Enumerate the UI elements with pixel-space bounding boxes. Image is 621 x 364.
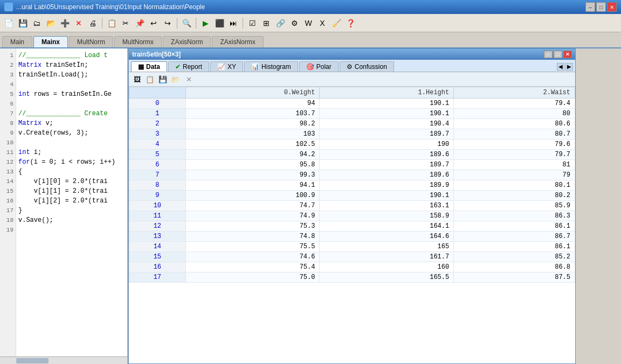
histogram-tab-icon: 📊 xyxy=(251,63,259,71)
tab-multnorm[interactable]: MultNorm xyxy=(69,36,113,47)
table-row: 13 74.8 164.6 86.7 xyxy=(129,232,575,242)
paste-button[interactable]: 📌 xyxy=(133,17,146,30)
cell-waist: 85.9 xyxy=(454,201,575,211)
save-button[interactable]: 💾 xyxy=(16,17,29,30)
cell-index: 9 xyxy=(129,191,186,201)
cell-index: 4 xyxy=(129,139,186,150)
help-button[interactable]: ❓ xyxy=(344,17,357,30)
cell-waist: 79.4 xyxy=(454,99,575,109)
maximize-button[interactable]: □ xyxy=(596,2,606,12)
panel-tab-confussion[interactable]: ⚙ Confussion xyxy=(340,61,394,72)
tab-multnormx[interactable]: MultNormx xyxy=(114,36,162,47)
cut-button[interactable]: ✂ xyxy=(119,17,132,30)
panel-tab-xy[interactable]: 📈 XY xyxy=(210,61,243,72)
delete-button[interactable]: ✕ xyxy=(72,17,85,30)
data-tab-label: Data xyxy=(146,63,160,71)
cell-index: 5 xyxy=(129,150,186,160)
import-button[interactable]: 📂 xyxy=(170,73,182,85)
cell-waist: 80.1 xyxy=(454,180,575,191)
tab-main[interactable]: Main xyxy=(2,36,32,47)
cell-height: 158.9 xyxy=(320,211,454,221)
stop-button[interactable]: ⬛ xyxy=(213,17,226,30)
confussion-tab-icon: ⚙ xyxy=(347,63,353,71)
config-button[interactable]: ⚙ xyxy=(288,17,301,30)
open-button[interactable]: 📂 xyxy=(44,17,57,30)
cell-waist: 80.2 xyxy=(454,191,575,201)
cell-weight: 100.9 xyxy=(185,191,320,201)
connect-button[interactable]: 🔗 xyxy=(274,17,287,30)
cell-height: 190.1 xyxy=(320,99,454,109)
table-row: 12 75.3 164.1 86.1 xyxy=(129,221,575,232)
code-scrollbar[interactable] xyxy=(0,356,127,364)
main-toolbar: 📄 💾 🗂 📂 ➕ ✕ 🖨 📋 ✂ 📌 ↩ ↪ 🔍 ▶ ⬛ ⏭ ☑ ⊞ 🔗 ⚙ … xyxy=(0,14,621,32)
cell-waist: 86.7 xyxy=(454,232,575,242)
copy-button[interactable]: 📋 xyxy=(105,17,118,30)
histogram-tab-label: Histogram xyxy=(261,63,291,71)
delete-row-button[interactable]: ✕ xyxy=(183,73,195,85)
data-table-container: 0.Weight 1.Height 2.Waist 0 94 190.1 79.… xyxy=(129,87,575,363)
cell-height: 164.1 xyxy=(320,221,454,232)
data-table-scroll[interactable]: 0.Weight 1.Height 2.Waist 0 94 190.1 79.… xyxy=(129,87,575,363)
eraser-button[interactable]: 🧹 xyxy=(330,17,343,30)
panel-minimize-button[interactable]: – xyxy=(544,51,553,58)
check-button[interactable]: ☑ xyxy=(246,17,259,30)
code-editor[interactable]: 12345 678910 1112131415 16171819 //_____… xyxy=(0,48,128,364)
tab-next-button[interactable]: ▶ xyxy=(565,63,573,71)
cell-waist: 85.2 xyxy=(454,252,575,262)
grid-button[interactable]: ⊞ xyxy=(260,17,273,30)
copy-image-button[interactable]: 🖼 xyxy=(131,73,143,85)
copy-data-button[interactable]: 📋 xyxy=(144,73,156,85)
table-row: 8 94.1 189.9 80.1 xyxy=(129,180,575,191)
table-row: 14 75.5 165 86.1 xyxy=(129,242,575,252)
cell-index: 0 xyxy=(129,99,186,109)
panel-tab-data[interactable]: ▦ Data xyxy=(131,61,167,72)
panel-maximize-button[interactable]: □ xyxy=(554,51,562,58)
undo-button[interactable]: ↩ xyxy=(147,17,160,30)
right-panel-area: trainSetIn[50×3] – □ ✕ ▦ Data ✔ Report xyxy=(128,48,621,364)
tool2-button[interactable]: X xyxy=(316,17,329,30)
cell-weight: 94.2 xyxy=(185,150,320,160)
cell-index: 12 xyxy=(129,221,186,232)
tab-zaxisnorm[interactable]: ZAxisNorm xyxy=(163,36,211,47)
app-icon xyxy=(4,3,13,11)
tab-prev-button[interactable]: ◀ xyxy=(557,63,564,71)
minimize-button[interactable]: – xyxy=(585,2,595,12)
data-tab-icon: ▦ xyxy=(138,63,144,71)
code-lines: 12345 678910 1112131415 16171819 //_____… xyxy=(0,48,127,364)
new-button[interactable]: 📄 xyxy=(2,17,15,30)
panel-controls[interactable]: – □ ✕ xyxy=(544,51,572,58)
save-all-button[interactable]: 🗂 xyxy=(30,17,43,30)
table-row: 1 103.7 190.1 80 xyxy=(129,109,575,119)
redo-button[interactable]: ↪ xyxy=(161,17,174,30)
close-button[interactable]: ✕ xyxy=(607,2,617,12)
tab-zaxisnormx[interactable]: ZAxisNormx xyxy=(212,36,263,47)
cell-weight: 94 xyxy=(185,99,320,109)
add-button[interactable]: ➕ xyxy=(58,17,71,30)
step-button[interactable]: ⏭ xyxy=(227,17,240,30)
code-line-19 xyxy=(18,225,125,235)
cell-weight: 75.3 xyxy=(185,221,320,232)
panel-tab-polar[interactable]: 🎯 Polar xyxy=(299,61,339,72)
code-line-5: int rows = trainSetIn.Ge xyxy=(18,89,125,99)
right-gray-area xyxy=(576,48,621,364)
cell-waist: 79.6 xyxy=(454,139,575,150)
title-bar-controls[interactable]: – □ ✕ xyxy=(585,2,617,12)
panel-tab-nav[interactable]: ◀ ▶ xyxy=(557,63,573,71)
table-row: 16 75.4 160 86.8 xyxy=(129,262,575,272)
table-row: 0 94 190.1 79.4 xyxy=(129,99,575,109)
code-line-15: v[i][1] = 2.0*(trai xyxy=(18,186,125,196)
table-row: 15 74.6 161.7 85.2 xyxy=(129,252,575,262)
panel-tab-report[interactable]: ✔ Report xyxy=(168,61,209,72)
tool1-button[interactable]: W xyxy=(302,17,315,30)
export-button[interactable]: 💾 xyxy=(157,73,169,85)
cell-weight: 75.0 xyxy=(185,272,320,283)
search-button[interactable]: 🔍 xyxy=(180,17,193,30)
report-tab-icon: ✔ xyxy=(175,63,181,71)
data-panel-title: trainSetIn[50×3] xyxy=(132,51,181,58)
tab-mainx[interactable]: Mainx xyxy=(33,36,68,47)
panel-close-button[interactable]: ✕ xyxy=(563,51,572,58)
run-button[interactable]: ▶ xyxy=(199,17,212,30)
panel-tab-histogram[interactable]: 📊 Histogram xyxy=(244,61,298,72)
cell-height: 189.6 xyxy=(320,170,454,180)
print-button[interactable]: 🖨 xyxy=(86,17,99,30)
